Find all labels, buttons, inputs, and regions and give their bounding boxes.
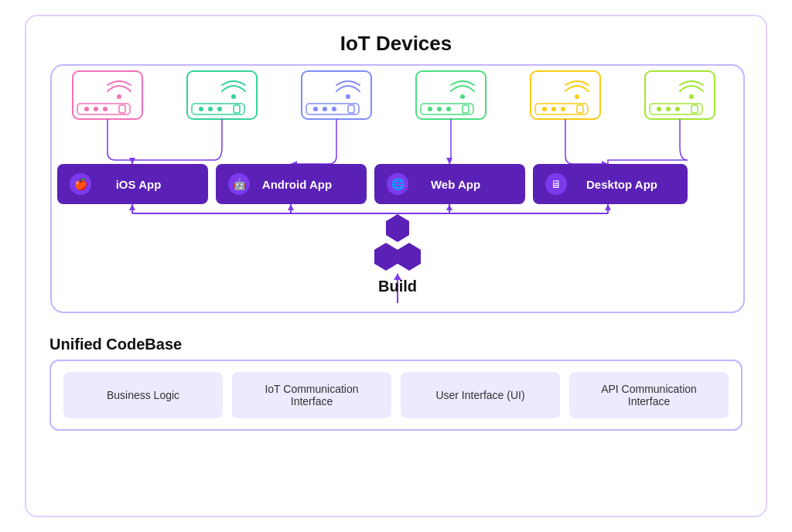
svg-point-22 bbox=[460, 94, 465, 99]
android-app-label: Android App bbox=[262, 178, 332, 191]
svg-point-24 bbox=[428, 107, 432, 111]
svg-point-38 bbox=[657, 107, 661, 111]
svg-point-33 bbox=[561, 107, 565, 111]
svg-point-10 bbox=[199, 107, 203, 111]
device-2 bbox=[187, 71, 257, 119]
svg-text:🤖: 🤖 bbox=[233, 178, 247, 191]
svg-point-1 bbox=[117, 94, 121, 99]
svg-point-40 bbox=[675, 107, 680, 111]
svg-rect-0 bbox=[73, 71, 142, 119]
codebase-box: Business Logic IoT Communication Interfa… bbox=[50, 360, 742, 431]
build-icon-left bbox=[374, 243, 398, 271]
build-icon-top bbox=[386, 214, 409, 242]
iot-devices-title: IoT Devices bbox=[50, 32, 742, 56]
diagram-svg: 🍎 iOS App 🤖 Android App 🌐 Web App 🖥 Desk… bbox=[50, 63, 746, 342]
svg-rect-21 bbox=[416, 71, 486, 119]
svg-point-11 bbox=[208, 107, 213, 111]
svg-rect-13 bbox=[234, 105, 240, 113]
svg-point-5 bbox=[103, 107, 108, 111]
device-1 bbox=[73, 71, 142, 119]
module-iot-communication: IoT Communication Interface bbox=[232, 372, 391, 418]
svg-point-32 bbox=[551, 107, 556, 111]
svg-point-29 bbox=[575, 94, 579, 99]
svg-text:🌐: 🌐 bbox=[391, 178, 405, 191]
svg-point-18 bbox=[323, 107, 327, 111]
svg-rect-28 bbox=[531, 71, 600, 119]
svg-rect-7 bbox=[187, 71, 257, 119]
build-label: Build bbox=[378, 278, 417, 295]
svg-point-19 bbox=[332, 107, 336, 111]
svg-rect-35 bbox=[645, 71, 715, 119]
svg-point-39 bbox=[666, 107, 671, 111]
svg-point-3 bbox=[84, 107, 89, 111]
svg-point-36 bbox=[689, 94, 694, 99]
svg-marker-64 bbox=[288, 204, 294, 210]
device-5 bbox=[531, 71, 600, 119]
device-3 bbox=[302, 71, 371, 119]
svg-rect-34 bbox=[577, 105, 583, 113]
desktop-app-label: Desktop App bbox=[586, 178, 657, 191]
diagram-area: IoT Devices bbox=[50, 32, 742, 431]
svg-point-25 bbox=[437, 107, 442, 111]
web-app-label: Web App bbox=[431, 178, 480, 191]
module-api-communication: API Communication Interface bbox=[569, 372, 729, 418]
codebase-title: Unified CodeBase bbox=[50, 336, 742, 353]
svg-text:🖥: 🖥 bbox=[551, 178, 562, 190]
svg-text:🍎: 🍎 bbox=[74, 178, 88, 191]
build-icon-right bbox=[398, 243, 421, 271]
svg-marker-63 bbox=[129, 204, 135, 210]
svg-point-12 bbox=[217, 107, 222, 111]
codebase-section: Unified CodeBase Business Logic IoT Comm… bbox=[50, 336, 742, 431]
main-diagram: IoT Devices bbox=[25, 15, 767, 517]
svg-point-26 bbox=[446, 107, 451, 111]
svg-point-4 bbox=[94, 107, 98, 111]
svg-marker-65 bbox=[446, 204, 452, 210]
svg-rect-6 bbox=[119, 105, 125, 113]
device-6 bbox=[645, 71, 715, 119]
svg-point-15 bbox=[346, 94, 350, 99]
svg-point-17 bbox=[313, 107, 318, 111]
device-4 bbox=[416, 71, 486, 119]
svg-point-31 bbox=[542, 107, 547, 111]
svg-point-8 bbox=[231, 94, 236, 99]
module-ui: User Interface (UI) bbox=[401, 372, 560, 418]
svg-rect-14 bbox=[302, 71, 371, 119]
svg-marker-45 bbox=[446, 158, 452, 164]
ios-app-label: iOS App bbox=[116, 178, 162, 191]
svg-rect-41 bbox=[691, 105, 698, 113]
svg-marker-66 bbox=[605, 204, 611, 210]
module-business-logic: Business Logic bbox=[63, 372, 223, 418]
svg-rect-27 bbox=[463, 105, 469, 113]
svg-rect-20 bbox=[348, 105, 354, 113]
